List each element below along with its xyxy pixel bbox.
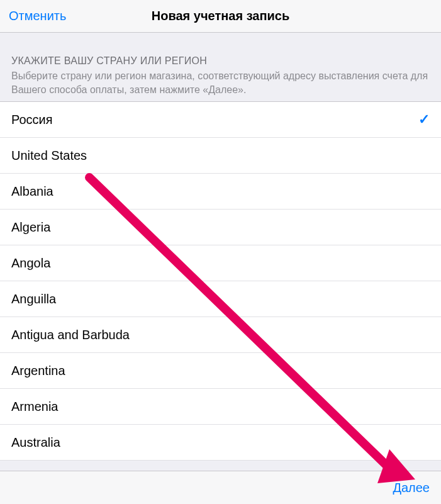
country-row[interactable]: United States — [0, 138, 441, 174]
section-header: УКАЖИТЕ ВАШУ СТРАНУ ИЛИ РЕГИОН Выберите … — [0, 33, 441, 101]
country-row[interactable]: Angola — [0, 245, 441, 281]
country-label: Antigua and Barbuda — [11, 328, 130, 342]
country-label: Algeria — [11, 220, 50, 235]
country-row[interactable]: Anguilla — [0, 281, 441, 317]
checkmark-icon: ✓ — [418, 111, 430, 128]
country-row[interactable]: Armenia — [0, 389, 441, 425]
country-row[interactable]: Россия✓ — [0, 102, 441, 138]
country-label: Australia — [11, 435, 60, 450]
country-label: United States — [11, 148, 87, 163]
country-row[interactable]: Argentina — [0, 353, 441, 389]
country-row[interactable]: Algeria — [0, 210, 441, 245]
section-title: УКАЖИТЕ ВАШУ СТРАНУ ИЛИ РЕГИОН — [11, 55, 430, 67]
country-label: Россия — [11, 113, 53, 127]
country-list: Россия✓United StatesAlbaniaAlgeriaAngola… — [0, 101, 441, 461]
country-row[interactable]: Antigua and Barbuda — [0, 317, 441, 353]
country-label: Angola — [11, 256, 50, 271]
country-label: Armenia — [11, 400, 58, 414]
navbar: Отменить Новая учетная запись — [0, 0, 441, 33]
cancel-button[interactable]: Отменить — [9, 9, 66, 23]
next-button[interactable]: Далее — [393, 481, 430, 495]
country-row[interactable]: Albania — [0, 174, 441, 210]
toolbar: Далее — [0, 471, 441, 504]
section-description: Выберите страну или регион магазина, соо… — [11, 69, 430, 96]
country-label: Argentina — [11, 364, 65, 378]
page-title: Новая учетная запись — [152, 9, 289, 23]
country-row[interactable]: Australia — [0, 425, 441, 461]
country-label: Anguilla — [11, 292, 56, 306]
country-label: Albania — [11, 184, 53, 199]
